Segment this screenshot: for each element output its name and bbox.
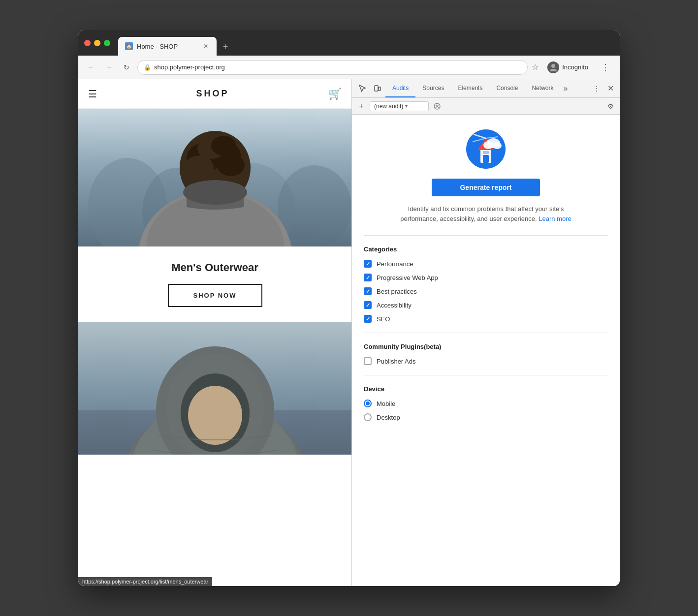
lock-icon: 🔒 [144,64,151,71]
hero-person-svg [78,109,351,246]
svg-point-17 [183,180,247,205]
divider-3 [364,375,608,375]
main-content: ☰ SHOP 🛒 [78,79,620,586]
minimize-traffic-light[interactable] [94,40,100,46]
svg-point-15 [184,155,214,180]
avatar [547,62,559,73]
add-audit-button[interactable]: + [356,101,367,112]
desktop-label: Desktop [377,414,400,421]
devtools-tabs: Audits Sources Elements Console Network … [385,79,589,97]
tab-title: Home - SHOP [137,43,198,50]
generate-report-button[interactable]: Generate report [432,179,540,196]
svg-rect-35 [483,155,489,163]
lighthouse-icon [466,129,506,169]
profile-label: Incognito [562,63,588,71]
devtools-close-button[interactable]: ✕ [605,82,616,95]
tab-sources[interactable]: Sources [415,79,451,97]
new-tab-button[interactable]: + [219,40,232,54]
publisher-ads-checkbox[interactable] [364,357,372,365]
back-button[interactable]: ← [84,61,98,74]
svg-point-41 [483,141,493,149]
devtools-settings-button[interactable]: ⚙ [605,101,616,112]
hero-image-2 [78,322,351,455]
more-options-button[interactable]: ⋮ [597,60,614,75]
tab-bar: Home - SHOP ✕ + [118,30,614,56]
desktop-radio[interactable] [364,413,372,421]
svg-rect-27 [375,86,378,91]
viewport: ☰ SHOP 🛒 [78,79,351,586]
learn-more-link[interactable]: Learn more [539,215,571,222]
lighthouse-description: Identify and fix common problems that af… [392,204,579,223]
tab-console[interactable]: Console [489,79,525,97]
clear-audit-button[interactable] [432,101,443,112]
svg-rect-28 [379,87,381,91]
tab-close-button[interactable]: ✕ [202,42,210,50]
shop-now-button[interactable]: SHOP NOW [168,284,262,307]
plugins-title: Community Plugins(beta) [364,343,608,350]
tab-network[interactable]: Network [525,79,560,97]
category-accessibility: Accessibility [364,301,608,309]
device-mobile: Mobile [364,400,608,407]
shop-logo: SHOP [196,89,229,99]
close-traffic-light[interactable] [84,40,91,46]
devtools-panel: Audits Sources Elements Console Network … [351,79,620,586]
hamburger-menu-button[interactable]: ☰ [88,88,97,100]
plugins-group: Publisher Ads [364,357,608,365]
tab-audits[interactable]: Audits [385,79,415,97]
category-pwa: Progressive Web App [364,274,608,281]
device-toolbar-button[interactable] [371,82,384,95]
cart-button[interactable]: 🛒 [328,88,342,100]
best-practices-checkbox[interactable] [364,287,372,295]
traffic-lights [84,40,110,46]
category-performance: Performance [364,260,608,268]
maximize-traffic-light[interactable] [104,40,110,46]
accessibility-checkbox[interactable] [364,301,372,309]
devtools-actions: ⋮ ✕ [590,82,616,95]
reload-button[interactable]: ↻ [120,61,133,74]
tab-elements[interactable]: Elements [451,79,489,97]
pwa-label: Progressive Web App [377,274,438,281]
bookmark-button[interactable]: ☆ [532,62,539,72]
performance-label: Performance [377,260,413,268]
mobile-label: Mobile [377,400,395,407]
pwa-checkbox[interactable] [364,274,372,281]
seo-label: SEO [377,315,390,323]
svg-point-42 [493,142,502,149]
title-bar: Home - SHOP ✕ + [78,30,620,56]
svg-point-5 [278,165,351,246]
address-bar: ← → ↻ 🔒 shop.polymer-project.org ☆ Incog… [78,56,620,79]
svg-rect-36 [483,151,489,154]
product-section: Men's Outerwear SHOP NOW [78,246,351,322]
hero-image-2-svg [78,322,351,455]
accessibility-label: Accessibility [377,302,412,309]
svg-point-14 [211,136,236,155]
divider-2 [364,333,608,333]
best-practices-label: Best practices [377,288,417,295]
svg-point-26 [188,386,242,445]
devtools-toolbar: Audits Sources Elements Console Network … [352,79,620,98]
forward-button[interactable]: → [102,61,116,74]
categories-title: Categories [364,246,608,253]
profile-button[interactable]: Incognito [542,60,593,75]
categories-group: Performance Progressive Web App Best pra… [364,260,608,323]
inspect-element-button[interactable] [356,82,370,95]
mobile-radio[interactable] [364,400,372,407]
seo-checkbox[interactable] [364,315,372,323]
device-title: Device [364,385,608,393]
url-bar[interactable]: 🔒 shop.polymer-project.org [137,60,528,75]
devtools-more-button[interactable]: ⋮ [590,82,603,95]
devtools-second-bar: + (new audit) ▾ ⚙ [352,98,620,115]
publisher-ads-label: Publisher Ads [377,358,416,365]
audit-select[interactable]: (new audit) ▾ [370,101,429,111]
product-title: Men's Outerwear [88,261,342,274]
category-seo: SEO [364,315,608,323]
shop-header: ☰ SHOP 🛒 [78,79,351,109]
performance-checkbox[interactable] [364,260,372,268]
lighthouse-panel: Generate report Identify and fix common … [352,115,620,586]
browser-window: Home - SHOP ✕ + ← → ↻ 🔒 shop.polymer-pro… [78,30,620,586]
svg-point-16 [217,154,245,176]
chevron-down-icon: ▾ [405,103,408,109]
active-tab[interactable]: Home - SHOP ✕ [118,37,217,56]
status-bar: https://shop.polymer-project.org/list/me… [78,577,212,586]
more-tabs-button[interactable]: » [560,84,571,93]
